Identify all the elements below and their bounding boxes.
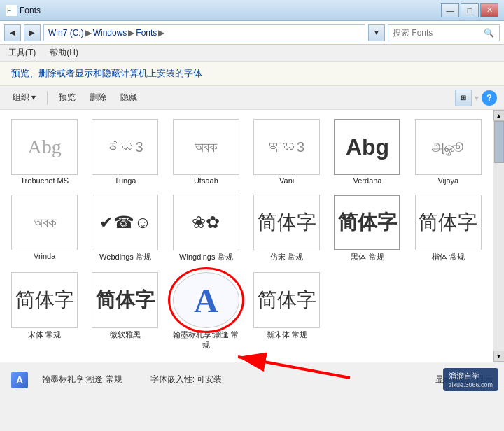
font-name-label: 仿宋 常规 xyxy=(270,252,303,262)
font-preview-char: 简体字 xyxy=(419,209,477,236)
help-button[interactable]: ? xyxy=(482,90,497,106)
title-bar-left: F Fonts xyxy=(6,5,41,16)
watermark-line2: zixue.3066.com xyxy=(449,381,493,388)
scrollbar[interactable]: ▲ ▼ xyxy=(493,110,504,362)
font-item[interactable]: 简体字仿宋 常规 xyxy=(248,191,326,266)
info-bar: 预览、删除或者显示和隐藏计算机上安装的字体 xyxy=(0,62,504,86)
font-item[interactable]: 简体字微软雅黑 xyxy=(86,269,164,354)
font-preview-char: 简体字 xyxy=(338,209,397,236)
back-button[interactable]: ◀ xyxy=(4,24,21,41)
font-name-label: Verdana xyxy=(354,176,382,185)
watermark: 溜溜自学 zixue.3066.com xyxy=(443,368,498,391)
font-item[interactable]: ❀✿Wingdings 常规 xyxy=(167,191,245,266)
font-preview-char: அஓூ xyxy=(432,139,464,155)
font-name-label: Vani xyxy=(279,176,294,185)
status-font-name: 翰墨标礼享:潮逢 常规 xyxy=(42,374,122,386)
font-name-label: Wingdings 常规 xyxy=(179,252,232,262)
font-name-label: 翰墨标札享:潮逢 常规 xyxy=(173,330,239,351)
close-button[interactable]: ✕ xyxy=(480,3,498,17)
font-status-icon: A xyxy=(11,372,28,388)
font-name-label: 楷体 常规 xyxy=(432,252,465,262)
menu-tools[interactable]: 工具(T) xyxy=(6,45,38,60)
font-name-label: Webdings 常规 xyxy=(99,252,151,262)
toolbar-sep2: ▾ xyxy=(475,93,479,103)
search-input[interactable] xyxy=(393,28,484,38)
menu-bar: 工具(T) 帮助(H) xyxy=(0,45,504,62)
organize-button[interactable]: 组织 ▾ xyxy=(7,89,41,106)
font-item[interactable]: 简体字宋体 常规 xyxy=(6,269,83,354)
font-grid: AbgTrebuchet MSಕಬ3TungaঅবকUtsaahఇబ3VaniA… xyxy=(0,110,493,362)
toolbar: 组织 ▾ 预览 删除 隐藏 ⊞ ▾ ? xyxy=(0,86,504,110)
font-name-label: Trebuchet MS xyxy=(20,176,69,185)
hide-button[interactable]: 隐藏 xyxy=(115,89,143,106)
font-preview-char: ✔☎☺ xyxy=(99,213,152,232)
font-item[interactable]: 简体字新宋体 常规 xyxy=(248,269,326,354)
font-preview-char: ಕಬ3 xyxy=(107,139,143,155)
font-preview-char: অবক xyxy=(195,139,217,155)
scroll-down-button[interactable]: ▼ xyxy=(493,351,505,362)
font-name-label: Utsaah xyxy=(194,176,218,185)
font-preview-char: A xyxy=(194,281,218,320)
breadcrumb-fonts[interactable]: Fonts xyxy=(136,28,157,38)
status-font-action: 字体嵌入性: 可安装 xyxy=(136,374,223,386)
preview-button[interactable]: 预览 xyxy=(53,89,81,106)
breadcrumb-windows[interactable]: Windows xyxy=(93,28,127,38)
minimize-button[interactable]: — xyxy=(441,3,459,17)
font-preview-char: Abg xyxy=(346,134,389,160)
font-name-label: Vijaya xyxy=(438,176,458,185)
scroll-up-button[interactable]: ▲ xyxy=(493,110,505,121)
maximize-button[interactable]: □ xyxy=(461,3,479,17)
font-preview-char: Abg xyxy=(28,136,62,158)
info-text: 预览、删除或者显示和隐藏计算机上安装的字体 xyxy=(11,68,202,78)
breadcrumb[interactable]: Win7 (C:) ▶ Windows ▶ Fonts ▶ xyxy=(43,24,365,41)
font-item[interactable]: A翰墨标札享:潮逢 常规 xyxy=(167,269,245,354)
search-icon: 🔍 xyxy=(484,28,494,38)
font-preview-char: অবক xyxy=(34,215,56,231)
title-icon: F xyxy=(6,5,17,16)
svg-text:F: F xyxy=(7,7,11,15)
font-name-label: 新宋体 常规 xyxy=(267,330,307,340)
breadcrumb-dropdown-button[interactable]: ▼ xyxy=(368,24,385,41)
font-name-label: Tunga xyxy=(115,176,136,185)
address-bar: ◀ ▶ Win7 (C:) ▶ Windows ▶ Fonts ▶ ▼ 🔍 xyxy=(0,21,504,45)
font-item[interactable]: ఇబ3Vani xyxy=(248,115,326,188)
status-bar: A 翰墨标礼享:潮逢 常规 字体嵌入性: 可安装 显示/隐藏: 显示 xyxy=(0,362,504,397)
font-item[interactable]: 简体字黑体 常规 xyxy=(328,191,406,266)
search-box[interactable]: 🔍 xyxy=(388,24,500,41)
font-preview-char: 简体字 xyxy=(258,209,316,236)
font-preview-char: 简体字 xyxy=(15,287,74,313)
title-text: Fonts xyxy=(20,6,41,15)
font-preview-char: ❀✿ xyxy=(192,213,220,232)
scroll-track[interactable] xyxy=(493,121,504,351)
view-toggle-button[interactable]: ⊞ xyxy=(455,90,472,106)
font-item[interactable]: ✔☎☺Webdings 常规 xyxy=(86,191,164,266)
font-preview-char: 简体字 xyxy=(96,287,155,313)
font-item[interactable]: AbgTrebuchet MS xyxy=(6,115,83,188)
font-name-label: Vrinda xyxy=(34,252,55,260)
font-preview-char: ఇబ3 xyxy=(269,139,304,155)
menu-help[interactable]: 帮助(H) xyxy=(47,45,81,60)
content-area: AbgTrebuchet MSಕಬ3TungaঅবকUtsaahఇబ3VaniA… xyxy=(0,110,504,362)
toolbar-separator xyxy=(47,91,48,105)
font-name-label: 黑体 常规 xyxy=(351,252,384,262)
watermark-line1: 溜溜自学 xyxy=(449,371,493,381)
title-bar-controls: — □ ✕ xyxy=(441,3,498,17)
font-item[interactable]: ಕಬ3Tunga xyxy=(86,115,164,188)
scroll-thumb[interactable] xyxy=(494,121,504,163)
font-item[interactable]: অবকUtsaah xyxy=(167,115,245,188)
font-item[interactable]: AbgVerdana xyxy=(328,115,406,188)
font-item[interactable]: அஓூVijaya xyxy=(410,115,487,188)
delete-button[interactable]: 删除 xyxy=(84,89,112,106)
font-name-label: 宋体 常规 xyxy=(28,330,61,340)
status-font-icon: A xyxy=(11,372,28,388)
breadcrumb-win7[interactable]: Win7 (C:) xyxy=(48,28,84,38)
font-item[interactable]: 简体字楷体 常规 xyxy=(410,191,487,266)
toolbar-right: ⊞ ▾ ? xyxy=(455,90,497,106)
forward-button[interactable]: ▶ xyxy=(24,24,41,41)
font-name-label: 微软雅黑 xyxy=(110,330,141,340)
font-preview-char: 简体字 xyxy=(258,287,316,313)
title-bar: F Fonts — □ ✕ xyxy=(0,0,504,21)
font-item[interactable]: অবকVrinda xyxy=(6,191,83,266)
